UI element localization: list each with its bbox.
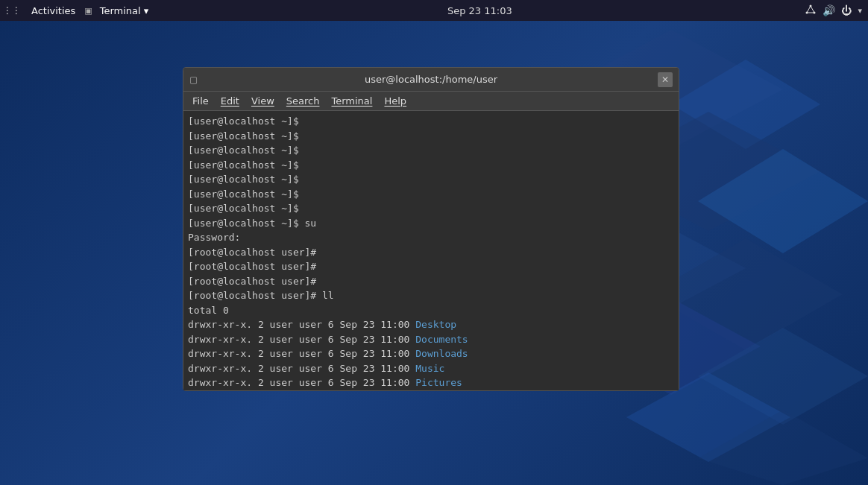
menu-edit[interactable]: Edit (216, 94, 244, 108)
volume-icon[interactable]: 🔊 (823, 4, 835, 16)
menu-help[interactable]: Help (380, 94, 411, 108)
terminal-title: user@localhost:/home/user (204, 74, 658, 85)
terminal-window-icon: ▢ (189, 75, 204, 85)
term-line-ll: [root@localhost user]# ll (188, 288, 674, 303)
terminal-menu-button[interactable]: Terminal ▾ (94, 4, 154, 18)
term-line-root1: [root@localhost user]# (188, 245, 674, 260)
activities-icon: ⋮⋮ (3, 5, 21, 16)
terminal-label: Terminal (100, 5, 141, 16)
term-line: [user@localhost ~]$ (188, 114, 674, 129)
term-line-public: drwxr-xr-x. 2 user user 6 Sep 23 11:00 P… (188, 390, 674, 391)
term-line: [user@localhost ~]$ (188, 187, 674, 202)
term-line-su: [user@localhost ~]$ su (188, 216, 674, 231)
term-line-music: drwxr-xr-x. 2 user user 6 Sep 23 11:00 M… (188, 361, 674, 376)
terminal-menubar: File Edit View Search Terminal Help (183, 92, 679, 111)
menu-terminal[interactable]: Terminal (327, 94, 377, 108)
menu-file[interactable]: File (188, 94, 213, 108)
network-icon[interactable] (805, 4, 817, 17)
topbar-right: 🔊 ⏻ ▾ (805, 4, 868, 17)
term-line-downloads: drwxr-xr-x. 2 user user 6 Sep 23 11:00 D… (188, 346, 674, 361)
term-line: [user@localhost ~]$ (188, 201, 674, 216)
svg-line-14 (811, 6, 814, 13)
power-dropdown-icon[interactable]: ▾ (858, 6, 862, 16)
power-icon[interactable]: ⏻ (841, 4, 852, 16)
terminal-body[interactable]: [user@localhost ~]$ [user@localhost ~]$ … (183, 111, 679, 390)
topbar-left: ⋮⋮ Activities ▣ Terminal ▾ (0, 4, 154, 18)
term-line-password: Password: (188, 230, 674, 245)
menu-search[interactable]: Search (282, 94, 324, 108)
terminal-window: ▢ user@localhost:/home/user ✕ File Edit … (183, 67, 679, 391)
menu-view[interactable]: View (247, 94, 279, 108)
svg-line-13 (807, 6, 811, 13)
term-line-documents: drwxr-xr-x. 2 user user 6 Sep 23 11:00 D… (188, 332, 674, 347)
terminal-dropdown-icon: ▾ (144, 5, 149, 16)
terminal-close-button[interactable]: ✕ (658, 72, 673, 87)
term-line: [user@localhost ~]$ (188, 158, 674, 173)
term-line-pictures: drwxr-xr-x. 2 user user 6 Sep 23 11:00 P… (188, 375, 674, 390)
term-line-root3: [root@localhost user]# (188, 274, 674, 289)
topbar-datetime: Sep 23 11:03 (154, 5, 805, 16)
terminal-titlebar: ▢ user@localhost:/home/user ✕ (183, 68, 679, 92)
activities-button[interactable]: Activities (24, 4, 83, 18)
topbar: ⋮⋮ Activities ▣ Terminal ▾ Sep 23 11:03 … (0, 0, 868, 21)
term-line-root2: [root@localhost user]# (188, 259, 674, 274)
term-line: [user@localhost ~]$ (188, 129, 674, 144)
term-line: [user@localhost ~]$ (188, 143, 674, 158)
term-line: [user@localhost ~]$ (188, 172, 674, 187)
terminal-window-icon: ▣ (84, 6, 92, 16)
term-line-desktop: drwxr-xr-x. 2 user user 6 Sep 23 11:00 D… (188, 317, 674, 332)
term-line-total: total 0 (188, 303, 674, 318)
close-icon: ✕ (661, 75, 669, 85)
